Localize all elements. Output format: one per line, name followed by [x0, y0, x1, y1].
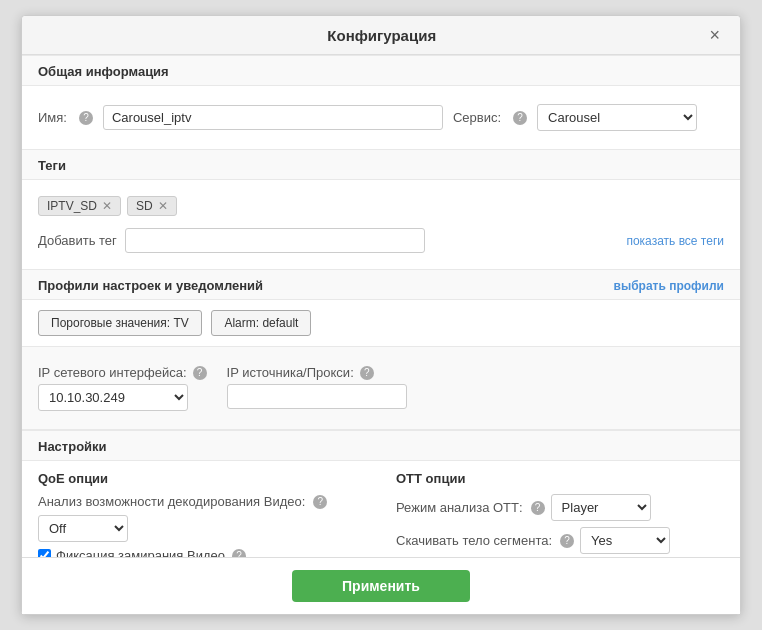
name-help-icon[interactable]: ? [79, 111, 93, 125]
select-profiles-link[interactable]: выбрать профили [614, 279, 724, 293]
profiles-section-header: Профили настроек и уведомлений выбрать п… [22, 269, 740, 300]
ip-interface-select[interactable]: 10.10.30.249 [38, 384, 188, 411]
tag-label: IPTV_SD [47, 199, 97, 213]
close-button[interactable]: × [705, 26, 724, 44]
profile-btn-alarm[interactable]: Alarm: default [211, 310, 311, 336]
show-all-tags-link[interactable]: показать все теги [626, 234, 724, 248]
profiles-header-row: Профили настроек и уведомлений выбрать п… [38, 278, 724, 293]
tags-section-header: Теги [22, 149, 740, 180]
ott-mode-label: Режим анализа ОТТ: [396, 500, 523, 515]
dialog-header: Конфигурация × [22, 16, 740, 55]
settings-section-header: Настройки [22, 430, 740, 461]
ott-segment-row: Скачивать тело сегмента: ? Yes No [396, 527, 724, 554]
qoe-decode-help-icon[interactable]: ? [313, 495, 327, 509]
ip-source-label: IP источника/Прокси: [227, 365, 354, 380]
ip-interface-group: IP сетевого интерфейса: ? 10.10.30.249 [38, 365, 207, 411]
ip-source-label-row: IP источника/Прокси: ? [227, 365, 407, 380]
ott-mode-row: Режим анализа ОТТ: ? Player Proxy [396, 494, 724, 521]
profile-btn-tv[interactable]: Пороговые значения: TV [38, 310, 202, 336]
ip-interface-label: IP сетевого интерфейса: [38, 365, 187, 380]
ip-section: IP сетевого интерфейса: ? 10.10.30.249 I… [22, 346, 740, 430]
qoe-decode-label: Анализ возможности декодирования Видео: [38, 494, 305, 509]
ott-segment-help-icon[interactable]: ? [560, 534, 574, 548]
qoe-decode-row: Анализ возможности декодирования Видео: … [38, 494, 366, 542]
service-label: Сервис: [453, 110, 501, 125]
name-label: Имя: [38, 110, 67, 125]
checkbox-freeze-input[interactable] [38, 549, 51, 557]
profiles-title: Профили настроек и уведомлений [38, 278, 263, 293]
ott-title: ОТТ опции [396, 471, 724, 486]
add-tag-row: Добавить тег показать все теги [38, 228, 724, 253]
configuration-dialog: Конфигурация × Общая информация Имя: ? С… [21, 15, 741, 615]
dialog-footer: Применить [22, 557, 740, 614]
ip-source-help-icon[interactable]: ? [360, 366, 374, 380]
tags-area: IPTV_SD ✕ SD ✕ [38, 190, 724, 222]
ott-column: ОТТ опции Режим анализа ОТТ: ? Player Pr… [396, 471, 724, 557]
settings-grid: QoE опции Анализ возможности декодирован… [38, 471, 724, 557]
ott-mode-select[interactable]: Player Proxy [551, 494, 651, 521]
add-tag-input[interactable] [125, 228, 425, 253]
dialog-title: Конфигурация [58, 27, 705, 44]
ip-interface-label-row: IP сетевого интерфейса: ? [38, 365, 207, 380]
ip-source-input[interactable] [227, 384, 407, 409]
tag-iptv-sd: IPTV_SD ✕ [38, 196, 121, 216]
service-help-icon[interactable]: ? [513, 111, 527, 125]
ip-fields: IP сетевого интерфейса: ? 10.10.30.249 I… [38, 365, 724, 411]
ott-mode-help-icon[interactable]: ? [531, 501, 545, 515]
ip-source-group: IP источника/Прокси: ? [227, 365, 407, 409]
ott-segment-label: Скачивать тело сегмента: [396, 533, 552, 548]
checkbox-freeze-label: Фиксация замирания Видео [56, 548, 225, 557]
add-tag-label: Добавить тег [38, 233, 117, 248]
checkbox-freeze: Фиксация замирания Видео ? [38, 548, 366, 557]
service-select[interactable]: Carousel [537, 104, 697, 131]
apply-button[interactable]: Применить [292, 570, 470, 602]
tag-label: SD [136, 199, 153, 213]
tags-section: IPTV_SD ✕ SD ✕ Добавить тег показать все… [22, 180, 740, 269]
profile-buttons-row: Пороговые значения: TV Alarm: default [38, 310, 724, 336]
general-section-header: Общая информация [22, 55, 740, 86]
tag-remove-iptv-sd[interactable]: ✕ [102, 199, 112, 213]
tag-sd: SD ✕ [127, 196, 177, 216]
profiles-section: Пороговые значения: TV Alarm: default [22, 300, 740, 346]
name-row: Имя: ? Сервис: ? Carousel [38, 104, 724, 131]
freeze-help-icon[interactable]: ? [232, 549, 246, 558]
tag-remove-sd[interactable]: ✕ [158, 199, 168, 213]
ott-segment-select[interactable]: Yes No [580, 527, 670, 554]
dialog-body: Общая информация Имя: ? Сервис: ? Carous… [22, 55, 740, 557]
qoe-decode-select[interactable]: Off On [38, 515, 128, 542]
qoe-column: QoE опции Анализ возможности декодирован… [38, 471, 366, 557]
general-section: Имя: ? Сервис: ? Carousel [22, 86, 740, 149]
settings-section: QoE опции Анализ возможности декодирован… [22, 461, 740, 557]
ip-interface-help-icon[interactable]: ? [193, 366, 207, 380]
qoe-title: QoE опции [38, 471, 366, 486]
name-input[interactable] [103, 105, 443, 130]
